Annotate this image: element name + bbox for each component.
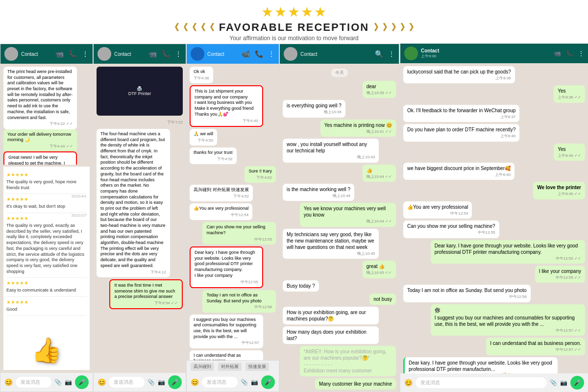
msg-time: 上午8:40 ✓✓ bbox=[558, 153, 581, 158]
panel2-header: Contact 📹 📞 ⋮ bbox=[94, 44, 186, 64]
emoji-icon-5[interactable]: 😊 bbox=[404, 379, 413, 387]
video-icon-3[interactable]: 📹 bbox=[242, 50, 250, 58]
msg-text: Dear kary. I have gone through your webs… bbox=[195, 250, 258, 278]
msg-text: Ok ok bbox=[194, 69, 209, 75]
call-icon-2[interactable]: 📞 bbox=[162, 50, 170, 58]
option-btn-1[interactable]: 高兴碰到 bbox=[191, 363, 214, 371]
msg-time: 中午12:57 ✓✓ bbox=[490, 347, 581, 352]
msg-text: My technicians say very good, they like … bbox=[287, 231, 375, 250]
attachment-icon[interactable]: 📎 bbox=[54, 379, 62, 386]
panel-reviews-chat: Contact 📹 📞 ⋮ The print head were pre-in… bbox=[0, 44, 93, 392]
review-item-4: ★★★★★ Easy to communicate & understand bbox=[6, 278, 87, 297]
mic-button-2[interactable]: 🎤 bbox=[168, 375, 182, 389]
attachment-icon-3[interactable]: 📎 bbox=[241, 379, 248, 386]
msg-time: 中午12:56 bbox=[407, 294, 527, 299]
msg-text: dear bbox=[367, 83, 392, 90]
msg-p4-9: great 👍 晚上10:45 ✓✓ bbox=[363, 261, 396, 278]
attachment-icon-2[interactable]: 📎 bbox=[147, 379, 155, 386]
panel2-chat: Contact 📹 📞 ⋮ 🖨️DTF Printer 下午7:22 The f… bbox=[93, 44, 186, 392]
msg-text: Your order will delivery tomorrow mornin… bbox=[7, 132, 73, 143]
message-input-5[interactable]: 发送消息 bbox=[416, 377, 547, 388]
msg-time: 下午4:40 bbox=[195, 119, 258, 123]
msg-p5-9: Dear kary. I have gone through your webs… bbox=[431, 240, 585, 264]
option-btn-2[interactable]: 对外拓展 bbox=[218, 363, 242, 371]
msg-time: 中午12:55 ✓✓ bbox=[539, 275, 581, 280]
msg-p3-3: 🙏 we will 下午4:50 bbox=[190, 129, 217, 146]
msg-text: Dear kary. I have gone through your webs… bbox=[435, 243, 581, 255]
msg-text: 🙏 we will bbox=[194, 131, 213, 137]
call-icon[interactable]: 📞 bbox=[69, 50, 77, 58]
msg-text: Many customer like your machine bbox=[319, 381, 392, 387]
camera-icon-3[interactable]: 📷 bbox=[251, 379, 258, 386]
msg-time: 晚上10:39 bbox=[287, 110, 342, 115]
camera-icon-2[interactable]: 📷 bbox=[158, 379, 165, 386]
panel5-header-icons: 📹 📞 ⋮ bbox=[554, 50, 584, 57]
msg-time: 晚上10:41 ✓✓ bbox=[324, 129, 392, 134]
option-btn-3[interactable]: 快速发展 bbox=[245, 363, 269, 371]
avatar-2 bbox=[98, 47, 111, 61]
call-icon-5[interactable]: 📞 bbox=[566, 50, 573, 57]
panel3-chat-body: Ok ok 下午4:38 This is 1st shipment your c… bbox=[187, 64, 279, 360]
msg-p3-9: Dear kary. I have gone through your webs… bbox=[190, 246, 263, 288]
panel5-contact-name: Contact bbox=[421, 48, 551, 53]
menu-icon-5[interactable]: ⋮ bbox=[578, 50, 584, 57]
menu-icon-2[interactable]: ⋮ bbox=[175, 50, 182, 58]
panel5-footer: 😊 发送消息 📎 📷 🎤 bbox=[400, 373, 588, 392]
avatar-5 bbox=[404, 47, 418, 60]
panel3-header-icons: 📹 📞 ⋮ bbox=[242, 50, 275, 58]
review-text: Easy to communicate & understand bbox=[6, 288, 87, 294]
msg-text: The print head were pre-installed for cu… bbox=[7, 69, 73, 121]
search-icon-4[interactable]: 🔍 bbox=[375, 50, 383, 58]
video-icon-2[interactable]: 📹 bbox=[148, 50, 157, 58]
emoji-icon[interactable]: 😊 bbox=[4, 378, 13, 386]
msg-p4-15: Many customer like your machine bbox=[315, 378, 396, 390]
camera-icon[interactable]: 📷 bbox=[65, 379, 72, 386]
image-timestamp: 下午7:22 bbox=[97, 120, 183, 125]
msg-time: 下午4:52 bbox=[194, 194, 249, 199]
mic-button-1[interactable]: 🎤 bbox=[75, 375, 89, 389]
panel1-contact-name: Contact bbox=[21, 51, 38, 57]
panel3-footer: 😊 发送消息 📎 📷 🎤 bbox=[187, 373, 279, 392]
video-icon[interactable]: 📹 bbox=[55, 50, 64, 58]
emoji-icon-3[interactable]: 😊 bbox=[191, 378, 199, 386]
camera-icon-5[interactable]: 📷 bbox=[560, 379, 567, 386]
menu-icon[interactable]: ⋮ bbox=[82, 50, 89, 58]
review-item-1: ★★★★★ The quality is very good, hope mor… bbox=[6, 170, 87, 194]
mic-button-3[interactable]: 🎤 bbox=[261, 375, 275, 389]
msg-p5-11: Today I am not in office as Sunday. But … bbox=[403, 285, 531, 302]
msg-p4-6: is the machine working well ? 晚上10:44 bbox=[283, 184, 354, 201]
message-input-1[interactable]: 发送消息 bbox=[16, 377, 51, 388]
msg-time: 晚上10:44 ✓✓ bbox=[304, 219, 392, 224]
msg-time: 中午12:55 ✓✓ bbox=[435, 256, 581, 261]
msg-time: 下午4:52 bbox=[194, 157, 233, 162]
msg-p4-4: wow , you install yourself without any o… bbox=[283, 139, 379, 162]
message-input-3[interactable]: 发送消息 bbox=[202, 377, 238, 388]
panel3-options-bar: 高兴碰到 对外拓展 快速发展 bbox=[187, 360, 279, 373]
msg-text: I like your company bbox=[539, 268, 581, 274]
msg-p3-6: 高兴碰到 对外拓展 快速发展 下午4:52 bbox=[190, 185, 253, 201]
message-input-2[interactable]: 发送消息 bbox=[109, 377, 145, 388]
panel5-header: Contact 上午9:00 📹 📞 ⋮ bbox=[400, 44, 588, 63]
msg-time: 下午4:38 bbox=[194, 76, 209, 81]
msg-time: 上午8:40 ✓✓ bbox=[537, 192, 581, 196]
thumbs-up-badge: 👍 bbox=[31, 336, 62, 365]
menu-icon-4[interactable]: ⋮ bbox=[388, 50, 395, 58]
video-icon-5[interactable]: 📹 bbox=[554, 50, 561, 57]
emoji-icon-2[interactable]: 😊 bbox=[98, 378, 106, 386]
msg-text: This is 1st shipment your company and ou… bbox=[195, 89, 258, 117]
msg-p4-14: *AIIREY: How is your exhibition going, a… bbox=[300, 346, 396, 376]
msg-text: Can you show me your selling machine? bbox=[407, 223, 495, 229]
avatar-4 bbox=[284, 47, 297, 61]
msg-panel1-3: Great news! I will be very pleased to ge… bbox=[3, 151, 77, 165]
sender-label: 你 bbox=[435, 307, 581, 314]
attachment-icon-5[interactable]: 📎 bbox=[550, 379, 557, 386]
call-icon-3[interactable]: 📞 bbox=[255, 50, 263, 58]
msg-time: 晚上10:45 ✓✓ bbox=[367, 270, 392, 275]
msg-time: 下午4:22 ✓✓ bbox=[7, 122, 73, 126]
msg-text: We love the printer bbox=[537, 184, 581, 191]
msg-panel1-1: The print head were pre-installed for cu… bbox=[3, 67, 77, 129]
mic-button-5[interactable]: 🎤 bbox=[570, 376, 584, 390]
avatar-1 bbox=[4, 47, 18, 61]
menu-icon-3[interactable]: ⋮ bbox=[268, 50, 275, 58]
panel2-footer: 😊 发送消息 📎 📷 🎤 bbox=[94, 373, 186, 392]
